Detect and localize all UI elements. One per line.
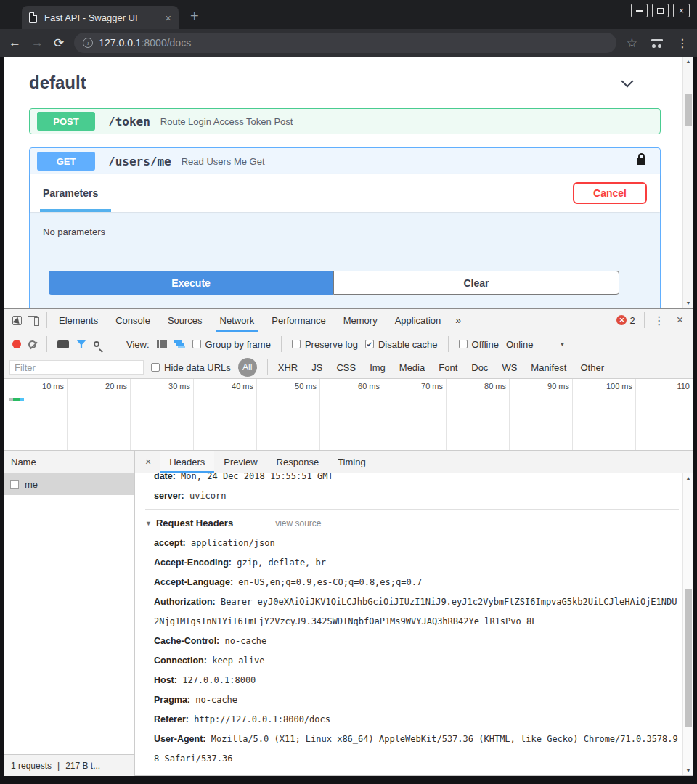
request-headers-section[interactable]: ▼ Request Headers view source <box>145 513 679 534</box>
filter-type-media[interactable]: Media <box>399 362 425 373</box>
bookmark-star-icon[interactable]: ☆ <box>627 36 637 51</box>
list-view-icon[interactable] <box>157 340 167 348</box>
back-button[interactable]: ← <box>9 36 21 50</box>
transferred-size: 217 B t... <box>65 761 100 771</box>
header-row-cache-control: Cache-Control: no-cache <box>145 632 679 651</box>
filter-type-all[interactable]: All <box>238 358 257 377</box>
browser-menu-icon[interactable]: ⋮ <box>677 36 688 50</box>
offline-option[interactable]: Offline <box>459 339 499 350</box>
search-icon[interactable] <box>94 341 99 347</box>
tab-close-icon[interactable]: × <box>165 12 171 24</box>
filter-type-css[interactable]: CSS <box>336 362 356 373</box>
tab-performance[interactable]: Performance <box>263 309 334 332</box>
endpoint-summary: Route Login Access Token Post <box>160 116 293 127</box>
endpoint-path: /token <box>108 115 150 128</box>
filter-type-manifest[interactable]: Manifest <box>531 362 566 373</box>
no-parameters-text: No parameters <box>43 226 660 237</box>
lock-icon[interactable] <box>637 158 645 165</box>
endpoint-post-token[interactable]: POST /token Route Login Access Token Pos… <box>29 108 661 134</box>
parameters-body: No parameters Execute Clear <box>30 212 660 308</box>
minimize-button[interactable] <box>631 4 648 17</box>
scrollbar-thumb[interactable] <box>685 94 692 126</box>
forward-button[interactable]: → <box>31 36 44 50</box>
view-source-link[interactable]: view source <box>275 518 321 528</box>
tab-sources[interactable]: Sources <box>159 309 211 332</box>
execute-button[interactable]: Execute <box>49 271 333 295</box>
reload-button[interactable]: ⟳ <box>54 36 64 51</box>
filter-type-other[interactable]: Other <box>580 362 604 373</box>
browser-tab[interactable]: Fast API - Swagger UI × <box>22 6 179 29</box>
scroll-down-icon[interactable]: ▼ <box>683 301 693 306</box>
preserve-log-checkbox[interactable] <box>292 340 301 348</box>
disclosure-triangle-icon[interactable]: ▼ <box>145 520 152 527</box>
clear-button[interactable]: Clear <box>333 271 619 295</box>
chevron-down-icon[interactable] <box>621 75 634 88</box>
error-icon: ✕ <box>616 315 627 325</box>
name-column-header[interactable]: Name <box>4 451 134 473</box>
details-close-icon[interactable]: × <box>135 456 160 467</box>
page-scrollbar[interactable]: ▲ ▼ <box>682 57 693 308</box>
section-divider <box>29 102 679 102</box>
network-status-bar: 1 requests | 217 B t... <box>4 754 134 776</box>
scroll-down-icon[interactable]: ▼ <box>683 768 693 773</box>
tab-headers[interactable]: Headers <box>160 451 214 473</box>
close-window-button[interactable]: × <box>673 4 690 17</box>
timeline-tick: 80 ms <box>447 379 510 450</box>
filter-type-font[interactable]: Font <box>439 362 457 373</box>
devtools-close-icon[interactable]: × <box>671 314 689 327</box>
record-button[interactable] <box>12 340 21 348</box>
filter-type-js[interactable]: JS <box>311 362 322 373</box>
tab-memory[interactable]: Memory <box>335 309 386 332</box>
throttling-select[interactable]: Online ▼ <box>506 339 566 350</box>
filter-icon[interactable] <box>76 340 86 348</box>
request-row-me[interactable]: me <box>4 473 134 495</box>
maximize-button[interactable] <box>652 4 669 17</box>
group-by-frame-option[interactable]: Group by frame <box>192 339 271 350</box>
preserve-log-option[interactable]: Preserve log <box>292 339 358 350</box>
tab-elements[interactable]: Elements <box>50 309 107 332</box>
tab-preview[interactable]: Preview <box>214 451 266 473</box>
parameters-bar: Parameters Cancel <box>30 174 660 212</box>
hide-data-urls-option[interactable]: Hide data URLs <box>151 362 231 373</box>
screenshot-icon[interactable] <box>57 340 69 348</box>
endpoint-get-users-me[interactable]: GET /users/me Read Users Me Get <box>30 148 660 174</box>
tab-response[interactable]: Response <box>267 451 329 473</box>
filter-types: XHR JS CSS Img Media Font Doc WS Manifes… <box>278 362 604 373</box>
tab-console[interactable]: Console <box>107 309 159 332</box>
hide-data-urls-checkbox[interactable] <box>151 363 160 372</box>
disable-cache-option[interactable]: ✔ Disable cache <box>365 339 438 350</box>
device-toolbar-icon[interactable] <box>28 316 38 324</box>
url-field[interactable]: i 127.0.0.1:8000/docs <box>74 33 616 53</box>
group-by-frame-checkbox[interactable] <box>192 340 201 348</box>
filter-type-xhr[interactable]: XHR <box>278 362 298 373</box>
filter-type-img[interactable]: Img <box>370 362 386 373</box>
error-badge[interactable]: ✕ 2 <box>616 315 635 326</box>
filter-type-ws[interactable]: WS <box>502 362 517 373</box>
inspect-element-icon[interactable] <box>12 316 22 325</box>
tab-application[interactable]: Application <box>386 309 450 332</box>
network-overview-timeline[interactable]: 10 ms 20 ms 30 ms 40 ms 50 ms 60 ms 70 m… <box>4 379 693 451</box>
site-info-icon[interactable]: i <box>83 38 93 48</box>
headers-scrollbar[interactable]: ▲ ▼ <box>682 473 693 775</box>
scroll-up-icon[interactable]: ▲ <box>683 59 693 64</box>
network-filter-bar: Hide data URLs All XHR JS CSS Img Media … <box>4 356 693 379</box>
filter-input[interactable] <box>9 360 144 375</box>
tab-network[interactable]: Network <box>211 309 264 332</box>
request-details-panel: × Headers Preview Response Timing date: … <box>135 451 693 776</box>
scroll-up-icon[interactable]: ▲ <box>683 475 693 481</box>
filter-type-doc[interactable]: Doc <box>471 362 488 373</box>
tab-timing[interactable]: Timing <box>328 451 375 473</box>
timeline-tick: 110 <box>636 379 693 450</box>
tab-parameters[interactable]: Parameters <box>43 174 98 212</box>
browser-window: Fast API - Swagger UI × + × ← → ⟳ i 127.… <box>0 0 697 784</box>
scrollbar-thumb[interactable] <box>685 589 692 727</box>
header-row-user-agent: User-Agent: Mozilla/5.0 (X11; Linux x86_… <box>145 730 679 769</box>
cancel-button[interactable]: Cancel <box>573 182 647 204</box>
waterfall-view-icon[interactable] <box>174 340 185 348</box>
new-tab-button[interactable]: + <box>190 9 199 23</box>
offline-checkbox[interactable] <box>459 340 468 348</box>
devtools-menu-icon[interactable]: ⋮ <box>648 314 671 327</box>
more-tabs-icon[interactable]: » <box>449 314 467 326</box>
disable-cache-checkbox[interactable]: ✔ <box>365 340 374 348</box>
clear-requests-icon[interactable] <box>28 340 36 348</box>
